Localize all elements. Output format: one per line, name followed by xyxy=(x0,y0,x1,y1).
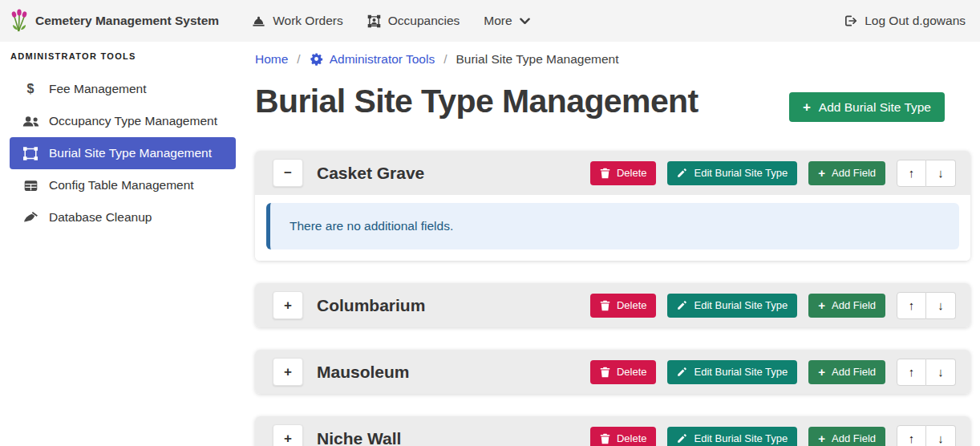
delete-button[interactable]: Delete xyxy=(590,294,657,318)
delete-button[interactable]: Delete xyxy=(590,427,657,446)
plus-icon: + xyxy=(803,100,811,114)
main-content: Home / Administrator Tools / Burial Site… xyxy=(237,42,980,446)
burial-site-type-panel: + Columbarium Delete Edit Burial Site Ty… xyxy=(255,283,970,327)
panel-header: − Casket Grave Delete Edit Burial Site T… xyxy=(255,151,970,195)
panel-actions: Delete Edit Burial Site Type + Add Field… xyxy=(590,292,956,319)
edit-burial-site-type-button[interactable]: Edit Burial Site Type xyxy=(667,427,797,446)
sidebar-item-database-cleanup[interactable]: Database Cleanup xyxy=(10,201,236,233)
reorder-button-group: ↑ ↓ xyxy=(897,292,956,319)
delete-button[interactable]: Delete xyxy=(590,360,657,384)
dollar-icon: $ xyxy=(22,82,39,96)
panel-title: Columbarium xyxy=(317,296,425,315)
burial-site-type-panel: + Niche Wall Delete Edit Burial Site Typ… xyxy=(255,416,970,446)
panel-title: Mausoleum xyxy=(317,363,410,382)
tulip-logo-icon xyxy=(10,9,28,33)
sidebar-item-label: Database Cleanup xyxy=(49,210,152,225)
trash-icon xyxy=(600,433,610,444)
panel-header: + Niche Wall Delete Edit Burial Site Typ… xyxy=(255,416,970,446)
breadcrumb-home-link[interactable]: Home xyxy=(255,52,288,67)
edit-burial-site-type-button[interactable]: Edit Burial Site Type xyxy=(667,360,797,384)
move-down-button[interactable]: ↓ xyxy=(926,160,956,187)
breadcrumb-separator: / xyxy=(297,52,300,67)
gear-icon xyxy=(310,52,323,66)
nav-item-label: Occupancies xyxy=(388,14,460,28)
move-up-button[interactable]: ↑ xyxy=(897,425,926,446)
edit-burial-site-type-button[interactable]: Edit Burial Site Type xyxy=(667,294,797,318)
plus-icon: + xyxy=(818,432,825,444)
sidebar-item-config-table-management[interactable]: Config Table Management xyxy=(10,169,236,201)
move-down-button[interactable]: ↓ xyxy=(926,292,956,319)
object-group-icon xyxy=(22,147,39,160)
expand-toggle-button[interactable]: + xyxy=(273,358,303,386)
sidebar-item-label: Fee Management xyxy=(49,82,147,96)
expand-toggle-button[interactable]: + xyxy=(273,291,303,319)
panel-title: Niche Wall xyxy=(317,429,401,446)
trash-icon xyxy=(600,300,610,311)
sidebar-item-burial-site-type-management[interactable]: Burial Site Type Management xyxy=(10,137,236,169)
pencil-icon xyxy=(677,433,687,444)
sidebar-item-label: Burial Site Type Management xyxy=(49,146,212,160)
sidebar-item-occupancy-type-management[interactable]: Occupancy Type Management xyxy=(10,105,236,137)
trash-icon xyxy=(600,168,610,179)
move-down-button[interactable]: ↓ xyxy=(926,425,956,446)
plus-icon: + xyxy=(818,366,825,378)
app-brand[interactable]: Cemetery Management System xyxy=(10,9,219,33)
panel-actions: Delete Edit Burial Site Type + Add Field… xyxy=(590,359,956,386)
logout-label: Log Out d.gowans xyxy=(865,14,966,28)
page-layout: ADMINISTRATOR TOOLS $ Fee Management Occ… xyxy=(0,42,980,446)
add-field-button[interactable]: + Add Field xyxy=(808,427,885,446)
add-field-button[interactable]: + Add Field xyxy=(808,161,885,185)
hard-hat-icon xyxy=(252,15,265,27)
panel-body: There are no additional fields. xyxy=(255,195,970,261)
plus-icon: + xyxy=(818,299,825,311)
panel-header: + Columbarium Delete Edit Burial Site Ty… xyxy=(255,283,970,327)
pencil-icon xyxy=(677,300,687,310)
pencil-icon xyxy=(677,367,687,377)
trash-icon xyxy=(600,367,610,378)
nav-item-label: More xyxy=(484,14,512,28)
expand-toggle-button[interactable]: + xyxy=(273,424,303,446)
top-navbar: Cemetery Management System Work Orders O… xyxy=(0,0,980,42)
add-burial-site-type-button[interactable]: + Add Burial Site Type xyxy=(789,92,945,122)
admin-sidebar: ADMINISTRATOR TOOLS $ Fee Management Occ… xyxy=(0,42,237,446)
chevron-down-icon xyxy=(520,18,530,25)
sidebar-item-label: Config Table Management xyxy=(49,178,194,193)
burial-site-type-panel: − Casket Grave Delete Edit Burial Site T… xyxy=(255,151,970,261)
logout-button[interactable]: Log Out d.gowans xyxy=(844,14,966,28)
breadcrumb-label: Administrator Tools xyxy=(330,52,435,67)
nav-item-occupancies[interactable]: Occupancies xyxy=(367,14,460,28)
breadcrumb-separator: / xyxy=(443,52,447,67)
delete-button[interactable]: Delete xyxy=(590,161,657,185)
nav-item-more[interactable]: More xyxy=(484,14,529,28)
panel-title: Casket Grave xyxy=(317,164,424,183)
add-field-button[interactable]: + Add Field xyxy=(808,294,885,318)
panel-actions: Delete Edit Burial Site Type + Add Field… xyxy=(590,425,956,446)
sidebar-item-label: Occupancy Type Management xyxy=(49,114,217,128)
move-down-button[interactable]: ↓ xyxy=(926,359,956,386)
table-icon xyxy=(22,180,39,192)
users-icon xyxy=(22,116,39,128)
breadcrumb: Home / Administrator Tools / Burial Site… xyxy=(255,51,970,67)
panel-header: + Mausoleum Delete Edit Burial Site Type xyxy=(255,350,970,394)
sidebar-heading: ADMINISTRATOR TOOLS xyxy=(0,51,237,61)
edit-burial-site-type-button[interactable]: Edit Burial Site Type xyxy=(667,161,797,185)
sidebar-item-fee-management[interactable]: $ Fee Management xyxy=(10,73,236,105)
move-up-button[interactable]: ↑ xyxy=(897,359,926,386)
title-row: Burial Site Type Management + Add Burial… xyxy=(255,82,970,122)
no-fields-alert: There are no additional fields. xyxy=(266,203,959,249)
collapse-toggle-button[interactable]: − xyxy=(273,159,303,187)
move-up-button[interactable]: ↑ xyxy=(897,292,926,319)
breadcrumb-admin-tools-link[interactable]: Administrator Tools xyxy=(310,52,435,67)
reorder-button-group: ↑ ↓ xyxy=(897,160,956,187)
reorder-button-group: ↑ ↓ xyxy=(897,359,956,386)
add-field-button[interactable]: + Add Field xyxy=(808,360,885,384)
breadcrumb-current: Burial Site Type Management xyxy=(456,52,619,67)
reorder-button-group: ↑ ↓ xyxy=(897,425,956,446)
move-up-button[interactable]: ↑ xyxy=(897,160,926,187)
page-title: Burial Site Type Management xyxy=(255,82,699,120)
nav-item-work-orders[interactable]: Work Orders xyxy=(252,14,343,28)
plus-icon: + xyxy=(818,167,825,179)
logout-icon xyxy=(844,14,857,27)
portrait-frame-icon xyxy=(367,14,381,28)
app-title: Cemetery Management System xyxy=(35,14,219,28)
